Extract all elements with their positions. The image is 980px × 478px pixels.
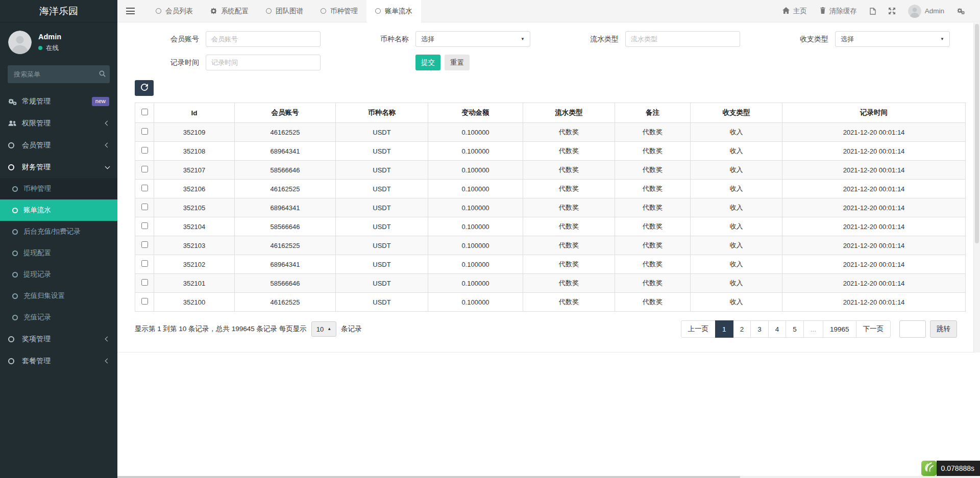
table-cell: 2021-12-20 00:01:14 — [782, 142, 966, 161]
page-number-button[interactable]: 19965 — [823, 320, 856, 338]
circle-icon — [156, 8, 161, 14]
tab-系统配置[interactable]: 系统配置 — [202, 0, 257, 22]
sidebar-item[interactable]: 奖项管理 — [0, 328, 117, 350]
sidebar-subitem[interactable]: 后台充值/扣费记录 — [0, 221, 117, 242]
table-cell: 代数奖 — [523, 236, 615, 255]
table-cell: 2021-12-20 00:01:14 — [782, 293, 966, 312]
menu-search-input[interactable] — [8, 65, 110, 83]
table-row: 35210758566646USDT0.100000代数奖代数奖收入2021-1… — [135, 161, 966, 180]
topbar-user[interactable]: Admin — [908, 5, 944, 18]
refresh-button[interactable] — [135, 80, 154, 96]
thinkphp-logo-icon[interactable] — [921, 461, 937, 476]
sidebar-item[interactable]: 会员管理 — [0, 134, 117, 156]
fullscreen-icon[interactable] — [889, 8, 895, 14]
prev-page-button[interactable]: 上一页 — [681, 320, 716, 338]
row-checkbox[interactable] — [141, 279, 148, 286]
page-number-button[interactable]: ... — [803, 320, 823, 338]
flow-type-input[interactable] — [625, 31, 740, 47]
page-number-button[interactable]: 3 — [750, 320, 769, 338]
table-cell: 0.100000 — [428, 142, 523, 161]
column-header: Id — [154, 103, 235, 123]
horizontal-scrollbar-thumb[interactable] — [117, 476, 740, 478]
reset-button[interactable]: 重置 — [445, 55, 470, 70]
row-checkbox[interactable] — [141, 260, 148, 267]
column-header: 会员账号 — [235, 103, 336, 123]
page-size-dropdown[interactable]: 10 ▲ — [311, 321, 336, 337]
sidebar-item-label: 权限管理 — [22, 119, 51, 128]
row-checkbox[interactable] — [141, 222, 148, 229]
sidebar-subitem[interactable]: 提现配置 — [0, 242, 117, 264]
table-cell: 352109 — [154, 123, 235, 142]
clear-cache-link[interactable]: 清除缓存 — [820, 7, 857, 16]
table-cell: 46162525 — [235, 180, 336, 198]
online-dot-icon — [38, 46, 42, 50]
row-select-cell — [135, 161, 154, 180]
table-row: 35210046162525USDT0.100000代数奖代数奖收入2021-1… — [135, 293, 966, 312]
row-checkbox[interactable] — [141, 241, 148, 248]
sidebar-item[interactable]: 权限管理 — [0, 112, 117, 134]
row-checkbox[interactable] — [141, 166, 148, 172]
sidebar-item[interactable]: 常规管理new — [0, 90, 117, 112]
sidebar-item[interactable]: 套餐管理 — [0, 350, 117, 372]
tab-团队图谱[interactable]: 团队图谱 — [257, 0, 312, 22]
sidebar-item[interactable]: 财务管理 — [0, 156, 117, 178]
vertical-scrollbar[interactable] — [973, 23, 980, 353]
tab-币种管理[interactable]: 币种管理 — [312, 0, 366, 22]
pager: 上一页12345...19965下一页 跳转 — [681, 320, 957, 338]
sidebar-subitem[interactable]: 充值归集设置 — [0, 285, 117, 307]
user-panel: Admin 在线 — [0, 22, 117, 61]
home-link[interactable]: 主页 — [782, 7, 807, 16]
sidebar-subitem[interactable]: 充值记录 — [0, 307, 117, 328]
tab-会员列表[interactable]: 会员列表 — [147, 0, 202, 22]
home-icon — [782, 7, 790, 15]
page-number-button[interactable]: 1 — [715, 320, 733, 338]
hamburger-icon[interactable] — [117, 0, 143, 22]
row-checkbox[interactable] — [141, 204, 148, 210]
next-page-button[interactable]: 下一页 — [856, 320, 891, 338]
page-jump-input[interactable] — [899, 320, 926, 338]
table-cell: 58566646 — [235, 217, 336, 236]
direction-select[interactable]: 选择 ▼ — [835, 31, 950, 47]
vertical-scrollbar-thumb[interactable] — [975, 24, 979, 243]
sidebar-subitem[interactable]: 提现记录 — [0, 264, 117, 285]
table-cell: 58566646 — [235, 274, 336, 293]
table-cell: USDT — [336, 123, 428, 142]
search-icon[interactable] — [99, 70, 106, 79]
topbar: 会员列表系统配置团队图谱币种管理账单流水 主页 清除缓存 — [117, 0, 980, 22]
settings-cogs-icon[interactable] — [957, 8, 965, 14]
table-cell: 0.100000 — [428, 274, 523, 293]
page-jump-button[interactable]: 跳转 — [930, 320, 957, 338]
gear-icon — [210, 8, 217, 14]
row-checkbox[interactable] — [141, 147, 148, 154]
home-label: 主页 — [793, 7, 807, 16]
circle-icon — [375, 8, 381, 14]
record-time-input[interactable] — [206, 55, 321, 70]
tab-strip: 会员列表系统配置团队图谱币种管理账单流水 — [147, 0, 421, 22]
sidebar-subitem[interactable]: 账单流水 — [0, 199, 117, 221]
page-buttons: 上一页12345...19965下一页 — [681, 320, 891, 338]
page-number-button[interactable]: 4 — [768, 320, 787, 338]
tab-账单流水[interactable]: 账单流水 — [366, 0, 421, 22]
table-row: 35210646162525USDT0.100000代数奖代数奖收入2021-1… — [135, 180, 966, 198]
table-row: 35210868964341USDT0.100000代数奖代数奖收入2021-1… — [135, 142, 966, 161]
submit-button[interactable]: 提交 — [415, 55, 440, 70]
currency-select[interactable]: 选择 ▼ — [415, 31, 530, 47]
row-checkbox[interactable] — [141, 298, 148, 305]
row-select-cell — [135, 236, 154, 255]
circle-icon — [12, 186, 18, 192]
select-all-checkbox[interactable] — [141, 109, 148, 115]
horizontal-scrollbar[interactable] — [117, 476, 980, 478]
page-number-button[interactable]: 5 — [786, 320, 804, 338]
row-checkbox[interactable] — [141, 185, 148, 191]
row-checkbox[interactable] — [141, 128, 148, 135]
refresh-tab-icon[interactable] — [870, 8, 876, 15]
page-size-value: 10 — [316, 325, 324, 333]
table-row: 35210458566646USDT0.100000代数奖代数奖收入2021-1… — [135, 217, 966, 236]
member-account-input[interactable] — [206, 31, 321, 47]
column-header: 币种名称 — [336, 103, 428, 123]
table-cell: 352107 — [154, 161, 235, 180]
page-number-button[interactable]: 2 — [733, 320, 751, 338]
table-cell: 代数奖 — [523, 255, 615, 274]
sidebar-subitem[interactable]: 币种管理 — [0, 178, 117, 199]
table-cell: 352101 — [154, 274, 235, 293]
